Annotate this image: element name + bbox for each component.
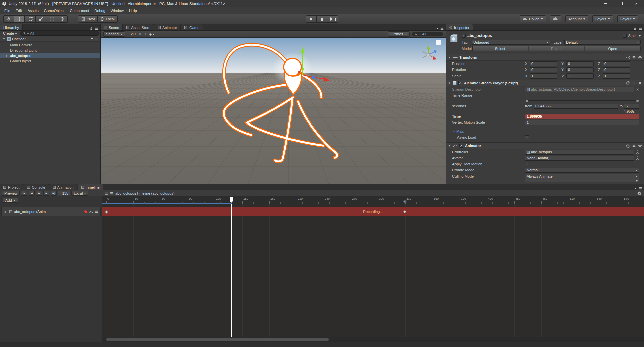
create-button[interactable]: Create [1,31,19,35]
static-dropdown-caret[interactable] [639,35,641,38]
menu-gameobject[interactable]: GameObject [41,7,67,14]
previous-frame-icon[interactable]: ◀ [29,191,35,196]
component-enabled-checkbox[interactable] [459,144,463,148]
hierarchy-item-main-camera[interactable]: Main Camera [0,42,100,48]
timeline-horizontal-scrollbar[interactable] [102,337,644,342]
minimize-button[interactable] [598,0,613,7]
play-button[interactable] [306,15,317,23]
layout-dropdown[interactable]: Layout [617,15,638,22]
scene-viewport[interactable]: Y Persp [101,38,446,184]
alembic-component-header[interactable]: ▼ Alembic Stream Player (Script) ? [446,80,644,86]
foldout-arrow-icon[interactable]: ▼ [452,130,456,133]
maximize-button[interactable] [613,0,629,7]
avatar-field[interactable]: None (Avatar) [525,156,634,161]
model-select-button[interactable]: Select [472,46,528,51]
menu-window[interactable]: Window [108,7,126,14]
go-to-end-icon[interactable]: ▶| [51,191,57,196]
move-tool-button[interactable] [14,15,25,23]
async-load-checkbox[interactable] [525,135,529,139]
hierarchy-search-input[interactable]: All [20,31,99,36]
track-expander-icon[interactable]: ▶ [4,210,8,213]
lock-icon[interactable] [633,27,637,30]
expander-icon[interactable]: ▶ [6,54,10,57]
go-to-start-icon[interactable]: |◀ [21,191,27,196]
active-checkbox[interactable] [462,34,466,38]
close-button[interactable]: × [629,0,644,7]
tab-asset-store[interactable]: Asset Store [123,24,154,30]
tab-scene[interactable]: Scene [101,24,123,30]
account-dropdown[interactable]: Account [565,15,588,22]
lock-icon[interactable] [90,27,93,30]
tab-console[interactable]: Console [23,184,49,190]
keyframe-diamond[interactable] [105,210,108,214]
curves-toggle-icon[interactable] [89,210,93,213]
rotate-tool-button[interactable] [25,15,36,23]
object-picker-icon[interactable] [636,150,639,154]
animator-component-header[interactable]: ▼ Animator ? [446,142,644,149]
pivot-toggle-button[interactable]: Pivot [78,15,98,23]
end-marker-diamond[interactable] [403,200,406,203]
dock-caret-icon[interactable] [635,188,637,190]
model-open-button[interactable]: Open [585,46,641,51]
help-icon[interactable]: ? [626,144,630,148]
scale-y-field[interactable]: 1 [566,73,594,79]
foldout-arrow-icon[interactable]: ▼ [447,144,451,147]
timeline-clip-area[interactable]: Recording... [102,204,644,337]
apply-root-motion-checkbox[interactable] [525,162,529,166]
presets-icon[interactable] [632,144,636,147]
tab-inspector[interactable]: Inspector [446,24,473,30]
toggle-2d-button[interactable]: 2D [131,32,136,36]
object-picker-icon[interactable] [636,88,639,91]
gear-icon[interactable] [638,55,642,59]
hierarchy-item-gameobject[interactable]: GameObject [0,58,100,64]
static-checkbox[interactable] [623,34,627,38]
collab-dropdown[interactable]: Collab [520,15,546,22]
hand-tool-button[interactable] [3,15,14,23]
object-name[interactable]: abc_octopus [467,33,492,38]
transform-tool-button[interactable] [57,15,68,23]
shading-mode-dropdown[interactable]: Shaded [103,31,125,37]
layers-dropdown[interactable]: Layers [592,15,613,22]
rotation-x-field[interactable]: 0 [530,67,557,72]
timeline-ruler[interactable]: 0306090120150180210240270300330360390420… [102,196,644,204]
effects-dropdown[interactable]: ◈ [149,32,154,36]
time-reference-dropdown[interactable]: Local [71,191,88,196]
gear-icon[interactable] [638,81,642,85]
controller-field[interactable]: abc_octopus [525,150,634,155]
menu-component[interactable]: Component [67,7,92,14]
help-icon[interactable]: ? [626,81,630,85]
seconds-to-field[interactable]: 5 [624,104,639,109]
panel-menu-icon[interactable] [440,27,444,30]
scale-tool-button[interactable] [36,15,46,23]
menu-edit[interactable]: Edit [13,7,25,14]
tab-animation[interactable]: Animation [49,184,77,190]
animation-track-header[interactable]: ▶ abc_octopus (Anim [1,207,101,216]
z-axis-dot[interactable] [312,76,315,79]
step-button[interactable] [327,15,338,23]
misc-foldout[interactable]: ▼ Misc [446,128,644,134]
position-x-field[interactable]: 0 [530,61,557,66]
pause-button[interactable] [317,15,327,23]
transform-component-header[interactable]: ▼ Transform ? [446,54,644,61]
record-toggle-icon[interactable] [84,210,87,213]
tab-timeline[interactable]: Timeline [78,184,103,190]
seconds-from-field[interactable]: 0.041666 [534,104,618,109]
menu-assets[interactable]: Assets [25,7,41,14]
scale-z-field[interactable]: 1 [603,73,630,79]
current-frame-field[interactable]: 138 [58,191,70,195]
tab-hierarchy[interactable]: Hierarchy [0,24,23,30]
timeline-play-icon[interactable]: ▶ [36,191,42,196]
scene-search-input[interactable]: All [412,32,443,36]
tag-dropdown[interactable]: Untagged [472,40,550,45]
scene-menu-icon[interactable] [95,37,98,41]
menu-help[interactable]: Help [126,7,140,14]
culling-mode-dropdown[interactable]: Always Animate [525,174,639,179]
timeline-breadcrumb-icon[interactable] [110,192,113,195]
gear-icon[interactable] [637,191,641,195]
presets-icon[interactable] [632,56,636,59]
lighting-toggle-icon[interactable]: ☀ [138,32,142,36]
gizmo-x-handle[interactable] [298,71,300,73]
audio-toggle-icon[interactable]: ♪ [144,32,146,36]
position-z-field[interactable]: 0 [603,61,630,66]
time-range-slider[interactable] [526,100,638,101]
